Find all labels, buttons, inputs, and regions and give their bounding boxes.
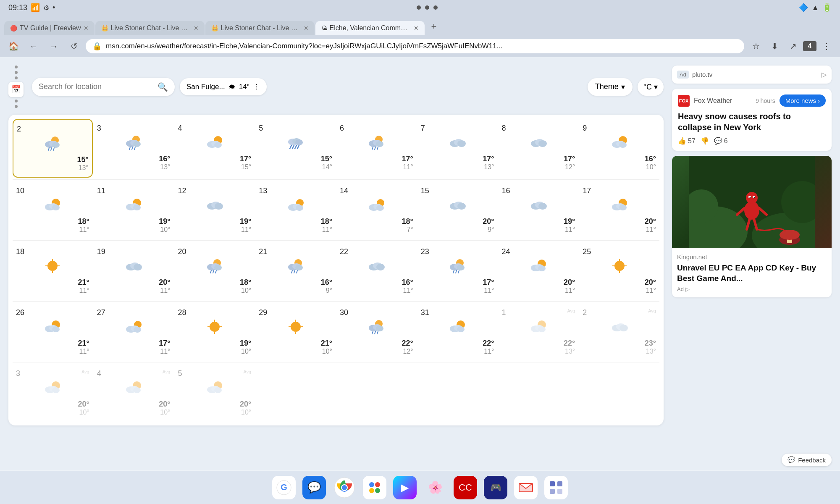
tab4-close[interactable]: ✕ bbox=[414, 25, 419, 32]
svg-point-107 bbox=[614, 261, 625, 271]
location-pill[interactable]: San Fulge... 🌧 14° ⋮ bbox=[180, 78, 267, 95]
taskbar-play[interactable]: ▶ bbox=[393, 476, 417, 499]
weather-cell-0[interactable]: 2 15° 13° bbox=[13, 119, 93, 178]
tab3-close[interactable]: ✕ bbox=[304, 25, 309, 32]
taskbar-app2[interactable]: 🎮 bbox=[484, 476, 507, 499]
weather-day-13: 15 bbox=[421, 186, 429, 195]
tab-3[interactable]: 👑 Live Stoner Chat - Live Sto... ✕ bbox=[205, 21, 315, 35]
weather-cell-34[interactable]: 5 Avg 20° 10° bbox=[175, 364, 255, 421]
tab-2[interactable]: 👑 Live Stoner Chat - Live Sto... ✕ bbox=[95, 21, 205, 35]
weather-cell-33[interactable]: 4 Avg 20° 10° bbox=[94, 364, 174, 421]
weather-cell-30[interactable]: 1 Avg 22° 13° bbox=[499, 303, 579, 360]
weather-day-31: 2 bbox=[583, 308, 587, 317]
weather-cell-16[interactable]: 18 21° 11° bbox=[13, 242, 93, 299]
weather-day-23: 25 bbox=[583, 247, 591, 256]
temp-low-25: 11° bbox=[160, 348, 170, 355]
back-button[interactable]: ← bbox=[25, 38, 42, 55]
ad-expand-2[interactable]: ▷ bbox=[685, 286, 690, 292]
taskbar-gmail[interactable] bbox=[514, 476, 538, 499]
weather-cell-12[interactable]: 14 18° 7° bbox=[336, 181, 417, 239]
taskbar-photos[interactable]: 🌸 bbox=[423, 476, 447, 499]
menu-button[interactable]: ⋮ bbox=[818, 38, 835, 55]
weather-cell-28[interactable]: 30 22° 12° bbox=[336, 303, 417, 360]
weather-cell-17[interactable]: 19 20° 11° bbox=[94, 242, 174, 299]
weather-day-2: 4 bbox=[178, 124, 182, 133]
download-button[interactable]: ⬇ bbox=[766, 38, 783, 55]
weather-cell-21[interactable]: 23 17° 11° bbox=[417, 242, 498, 299]
tab2-close[interactable]: ✕ bbox=[194, 25, 199, 32]
weather-cell-14[interactable]: 16 19° 11° bbox=[499, 181, 579, 239]
ad-image-card: Kingun.net Unravel EU PC EA App CD Key -… bbox=[672, 156, 832, 297]
weather-cell-27[interactable]: 29 21° 10° bbox=[255, 303, 336, 360]
share-button[interactable]: ↗ bbox=[785, 38, 801, 55]
weather-cell-22[interactable]: 24 20° 11° bbox=[499, 242, 579, 299]
weather-cell-29[interactable]: 31 22° 11° bbox=[417, 303, 498, 360]
home-button[interactable]: 🏠 bbox=[5, 38, 22, 55]
weather-cell-15[interactable]: 17 20° 11° bbox=[579, 181, 659, 239]
weather-cell-2[interactable]: 4 17° 15° bbox=[175, 119, 255, 178]
address-bar[interactable]: 🔒 msn.com/en-us/weather/forecast/in-Elch… bbox=[86, 39, 744, 53]
ad-expand-icon[interactable]: ▷ bbox=[822, 71, 827, 79]
weather-cell-32[interactable]: 3 Avg 20° 10° bbox=[13, 364, 93, 421]
temp-high-22: 20° bbox=[564, 278, 575, 287]
comment-button[interactable]: 💬 6 bbox=[714, 137, 728, 145]
tab-1[interactable]: 🔴 TV Guide | Freeview ✕ bbox=[4, 21, 94, 35]
forward-button[interactable]: → bbox=[45, 38, 62, 55]
svg-point-95 bbox=[376, 264, 385, 270]
tab1-close[interactable]: ✕ bbox=[84, 25, 89, 32]
weather-icon-19 bbox=[286, 258, 306, 276]
weather-cell-8[interactable]: 10 18° 11° bbox=[13, 181, 93, 239]
weather-cell-25[interactable]: 27 17° 11° bbox=[94, 303, 174, 360]
search-icon[interactable]: 🔍 bbox=[158, 82, 168, 92]
refresh-button[interactable]: ↺ bbox=[66, 38, 82, 55]
taskbar-google-dots[interactable] bbox=[363, 476, 386, 499]
weather-cell-11[interactable]: 13 18° 11° bbox=[255, 181, 336, 239]
ad-content: Kingun.net Unravel EU PC EA App CD Key -… bbox=[672, 248, 832, 297]
weather-cell-3[interactable]: 5 15° 14° bbox=[255, 119, 336, 178]
weather-cell-31[interactable]: 2 Avg 23° 13° bbox=[579, 303, 659, 360]
theme-button[interactable]: Theme ▾ bbox=[588, 78, 633, 96]
tab-4[interactable]: 🌤 Elche, Valencian Communi... ✕ bbox=[315, 21, 425, 35]
temp-low-3: 14° bbox=[322, 163, 332, 171]
calendar-tool[interactable]: 📅 bbox=[8, 82, 24, 97]
taskbar-google[interactable]: G bbox=[272, 476, 296, 499]
like-button[interactable]: 👍 57 bbox=[678, 137, 696, 145]
dislike-button[interactable]: 👎 bbox=[701, 137, 709, 145]
weather-cell-6[interactable]: 8 17° 12° bbox=[499, 119, 579, 178]
weather-cell-13[interactable]: 15 20° 9° bbox=[417, 181, 498, 239]
taskbar-chrome[interactable] bbox=[333, 476, 356, 499]
weather-cell-23[interactable]: 25 20° 11° bbox=[579, 242, 659, 299]
weather-cell-26[interactable]: 28 19° 10° bbox=[175, 303, 255, 360]
location-more-icon[interactable]: ⋮ bbox=[253, 82, 260, 91]
weather-cell-10[interactable]: 12 19° 11° bbox=[175, 181, 255, 239]
feedback-button[interactable]: 💬 Feedback bbox=[782, 454, 832, 466]
weather-grid: 2 15° 13° 3 bbox=[13, 119, 659, 421]
weather-cell-1[interactable]: 3 16° 13° bbox=[94, 119, 174, 178]
weather-cell-7[interactable]: 9 16° 10° bbox=[579, 119, 659, 178]
weather-cell-18[interactable]: 20 18° 10° bbox=[175, 242, 255, 299]
tab-grid-button[interactable]: 4 bbox=[803, 41, 816, 51]
bookmark-button[interactable]: ☆ bbox=[748, 38, 764, 55]
tab4-title: Elche, Valencian Communi... bbox=[330, 24, 411, 32]
weather-icon-26 bbox=[205, 319, 225, 337]
weather-day-18: 20 bbox=[178, 247, 186, 256]
weather-cell-20[interactable]: 22 16° 11° bbox=[336, 242, 417, 299]
more-news-button[interactable]: More news › bbox=[780, 94, 826, 107]
weather-cell-19[interactable]: 21 16° 9° bbox=[255, 242, 336, 299]
taskbar-messages[interactable]: 💬 bbox=[302, 476, 326, 499]
search-input[interactable] bbox=[39, 82, 153, 91]
temp-high-9: 19° bbox=[159, 217, 170, 226]
taskbar-app1[interactable]: CC bbox=[454, 476, 477, 499]
unit-button[interactable]: °C ▾ bbox=[638, 78, 664, 96]
new-tab-button[interactable]: + bbox=[425, 18, 443, 35]
weather-day-24: 26 bbox=[16, 308, 24, 317]
weather-cell-5[interactable]: 7 17° 13° bbox=[417, 119, 498, 178]
taskbar-grid[interactable] bbox=[544, 476, 568, 499]
search-box[interactable]: 🔍 bbox=[32, 78, 175, 96]
weather-cell-24[interactable]: 26 21° 11° bbox=[13, 303, 93, 360]
unit-label: °C ▾ bbox=[643, 83, 658, 91]
temp-high-15: 20° bbox=[645, 217, 656, 226]
weather-cell-9[interactable]: 11 19° 10° bbox=[94, 181, 174, 239]
weather-cell-4[interactable]: 6 17° 11° bbox=[336, 119, 417, 178]
tool-dot-3 bbox=[15, 76, 18, 79]
